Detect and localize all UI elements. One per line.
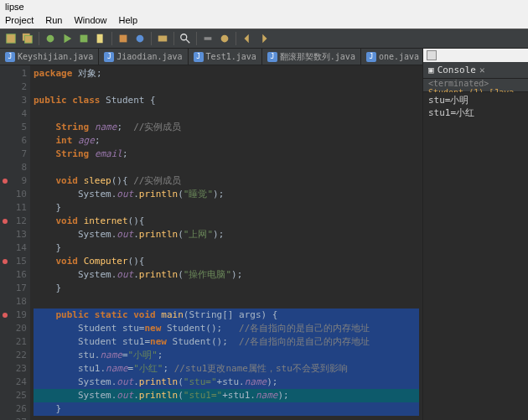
code-line[interactable]: System.out.println("stu1="+stu1.name);: [34, 389, 419, 402]
line-number[interactable]: 18: [0, 295, 27, 309]
annotation-icon[interactable]: [219, 33, 230, 44]
code-line[interactable]: [34, 295, 419, 309]
new-icon[interactable]: [95, 33, 106, 44]
menu-run[interactable]: Run: [45, 15, 62, 27]
java-file-icon: J: [194, 52, 204, 62]
line-number[interactable]: 27: [0, 416, 27, 420]
console-tab[interactable]: ▣ Console ✕: [428, 65, 485, 75]
save-icon[interactable]: [5, 33, 17, 44]
editor-tab[interactable]: Jone.java: [361, 49, 422, 65]
line-number[interactable]: 13: [0, 228, 27, 241]
java-file-icon: J: [5, 52, 15, 62]
eclipse-icon: [427, 50, 437, 60]
line-number[interactable]: 2: [0, 80, 27, 94]
editor-tab[interactable]: J翻滚那契数列.java: [262, 49, 361, 65]
svg-marker-4: [65, 34, 72, 44]
menu-project[interactable]: Project: [5, 15, 34, 27]
code-line[interactable]: public class Student {: [34, 94, 419, 107]
line-number[interactable]: 1: [0, 67, 27, 80]
console-line: stu=小明: [428, 94, 523, 106]
code-line[interactable]: [34, 80, 419, 94]
tab-label: 翻滚那契数列.java: [280, 51, 355, 63]
editor-pane: JKeyshijian.javaJJiaodian.javaJTest1.jav…: [0, 49, 422, 420]
line-number[interactable]: 25: [0, 389, 27, 402]
svg-rect-5: [80, 35, 88, 43]
code-line[interactable]: public static void main(String[] args) {: [34, 309, 419, 322]
code-line[interactable]: [34, 416, 419, 420]
line-number[interactable]: 20: [0, 322, 27, 335]
code-line[interactable]: Student stu=new Student(); //各自指向的是自己的内存…: [34, 322, 419, 335]
editor-tab[interactable]: JKeyshijian.java: [0, 49, 99, 65]
code-line[interactable]: System.out.println("操作电脑");: [34, 268, 419, 282]
breakpoint-icon[interactable]: [3, 259, 8, 264]
editor-tab[interactable]: JTest1.java: [189, 49, 262, 65]
new-package-icon[interactable]: [117, 33, 129, 44]
code-line[interactable]: }: [34, 241, 419, 255]
code-line[interactable]: [34, 107, 419, 121]
console-pane: ▣ Console ✕ <terminated> Student (1) [Ja…: [422, 49, 528, 420]
app-title: lipse: [5, 2, 24, 12]
back-icon[interactable]: [241, 33, 253, 44]
code-line[interactable]: System.out.println("stu="+stu.name);: [34, 376, 419, 389]
close-icon[interactable]: ✕: [479, 65, 485, 75]
debug-icon[interactable]: [44, 33, 56, 44]
code-line[interactable]: Student stu1=new Student(); //各自指向的是自己的内…: [34, 335, 419, 349]
code-line[interactable]: System.out.println("上网");: [34, 228, 419, 241]
toggle-icon[interactable]: [202, 33, 214, 44]
coverage-icon[interactable]: [78, 33, 90, 44]
breakpoint-icon[interactable]: [3, 219, 8, 224]
forward-icon[interactable]: [258, 33, 270, 44]
save-all-icon[interactable]: [22, 33, 34, 44]
line-number[interactable]: 6: [0, 134, 27, 148]
code-line[interactable]: void internet(){: [34, 215, 419, 228]
open-type-icon[interactable]: [157, 33, 168, 44]
code-line[interactable]: }: [34, 402, 419, 416]
code-line[interactable]: stu.name="小明";: [34, 349, 419, 362]
editor-tab[interactable]: JJiaodian.java: [99, 49, 188, 65]
console-output[interactable]: stu=小明stu1=小红: [423, 92, 528, 420]
code-line[interactable]: }: [34, 201, 419, 215]
code-line[interactable]: String name; //实例成员: [34, 121, 419, 134]
line-number[interactable]: 5: [0, 121, 27, 134]
line-number[interactable]: 16: [0, 268, 27, 282]
code-text[interactable]: package 对象;public class Student { String…: [30, 65, 422, 420]
code-line[interactable]: }: [34, 282, 419, 295]
line-number[interactable]: 14: [0, 241, 27, 255]
code-line[interactable]: String email;: [34, 148, 419, 161]
svg-marker-15: [262, 34, 267, 44]
breakpoint-icon[interactable]: [3, 179, 8, 184]
console-header-bar: [423, 49, 528, 62]
toolbar-separator: [151, 32, 152, 45]
code-line[interactable]: package 对象;: [34, 67, 419, 80]
search-icon[interactable]: [179, 33, 191, 44]
code-line[interactable]: stu1.name="小红"; //stu1更改name属性，stu不会受到影响: [34, 362, 419, 376]
code-line[interactable]: System.out.println("睡觉");: [34, 188, 419, 201]
line-number[interactable]: 17: [0, 282, 27, 295]
new-class-icon[interactable]: [134, 33, 146, 44]
line-number[interactable]: 3: [0, 94, 27, 107]
line-number[interactable]: 24: [0, 376, 27, 389]
breakpoint-icon[interactable]: [3, 313, 8, 318]
line-number[interactable]: 11: [0, 201, 27, 215]
line-number[interactable]: 10: [0, 188, 27, 201]
run-icon[interactable]: [61, 33, 73, 44]
menu-window[interactable]: Window: [74, 15, 106, 27]
code-line[interactable]: [34, 161, 419, 174]
menu-help[interactable]: Help: [119, 15, 138, 27]
line-number[interactable]: 4: [0, 107, 27, 121]
code-line[interactable]: void Computer(){: [34, 255, 419, 268]
editor-tabs: JKeyshijian.javaJJiaodian.javaJTest1.jav…: [0, 49, 422, 65]
svg-rect-6: [97, 34, 103, 44]
svg-point-10: [181, 34, 187, 40]
line-number[interactable]: 22: [0, 349, 27, 362]
toolbar: [0, 29, 528, 49]
line-number[interactable]: 7: [0, 148, 27, 161]
line-number[interactable]: 23: [0, 362, 27, 376]
line-number[interactable]: 8: [0, 161, 27, 174]
code-line[interactable]: void sleep(){ //实例成员: [34, 174, 419, 188]
code-line[interactable]: int age;: [34, 134, 419, 148]
svg-rect-12: [204, 37, 212, 40]
title-bar: lipse: [0, 0, 528, 13]
line-number[interactable]: 26: [0, 402, 27, 416]
line-number[interactable]: 21: [0, 335, 27, 349]
